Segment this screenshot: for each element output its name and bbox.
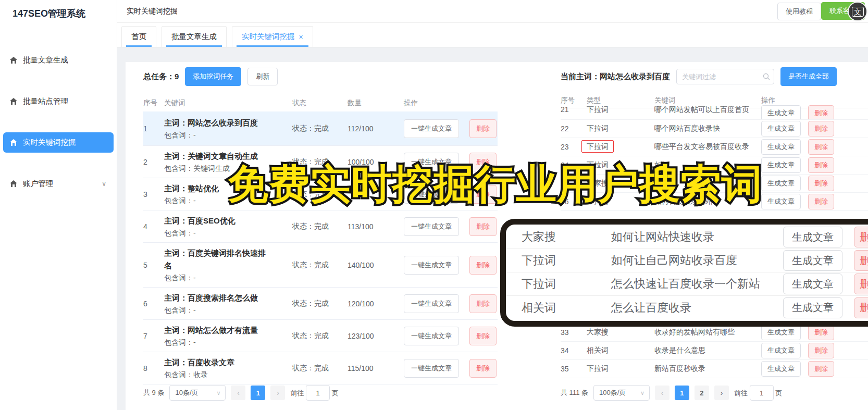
delete-button[interactable]: 删除 bbox=[808, 343, 834, 358]
sidebar-item-account[interactable]: 账户管理 ∨ bbox=[3, 173, 114, 194]
delete-button[interactable]: 删除 bbox=[469, 359, 497, 378]
table-row[interactable]: 5 主词：百度关键词排名快速排名包含词：- 状态：完成 140/100 一键生成… bbox=[143, 243, 498, 288]
row-include: 包含词：- bbox=[164, 131, 292, 140]
total-count-text: 共 9 条 bbox=[143, 388, 164, 397]
generate-article-button[interactable]: 生成文章 bbox=[783, 250, 842, 271]
row-main-keyword: 主词：百度收录文章 bbox=[164, 356, 271, 368]
prev-page-button[interactable]: ‹ bbox=[231, 386, 245, 400]
delete-button[interactable]: 删除 bbox=[808, 121, 834, 136]
page-size-select[interactable]: 100条/页 ∨ bbox=[593, 385, 650, 401]
delete-button[interactable]: 删除 bbox=[469, 294, 497, 313]
row-type: 下拉词 bbox=[522, 253, 611, 268]
delete-button[interactable]: 删除 bbox=[808, 176, 834, 191]
tab-realtime-keyword[interactable]: 实时关键词挖掘 × bbox=[232, 26, 313, 47]
page-number-2[interactable]: 2 bbox=[695, 386, 709, 400]
delete-button[interactable]: 删除 bbox=[808, 139, 834, 155]
generate-article-button[interactable]: 生成文章 bbox=[761, 325, 801, 340]
page-number-1[interactable]: 1 bbox=[675, 386, 689, 400]
table-row[interactable]: 6 主词：百度搜索排名怎么做包含词：- 状态：完成 120/100 一键生成文章… bbox=[143, 288, 498, 320]
delete-button[interactable]: 删除 bbox=[808, 194, 834, 209]
col-seq: 序号 bbox=[561, 96, 587, 105]
row-keyword: 收录好的发帖网站有哪些 bbox=[654, 328, 761, 337]
row-seq: 1 bbox=[143, 125, 164, 133]
prev-page-button[interactable]: ‹ bbox=[655, 386, 669, 400]
translate-widget-icon[interactable]: 文 bbox=[848, 2, 867, 21]
delete-button[interactable]: 删除 bbox=[469, 256, 497, 275]
refresh-button[interactable]: 刷新 bbox=[247, 68, 278, 85]
sidebar-item-realtime-keyword[interactable]: 实时关键词挖掘 bbox=[3, 132, 114, 153]
chevron-down-icon: ∨ bbox=[216, 390, 220, 396]
tab-home[interactable]: 首页 bbox=[121, 26, 156, 47]
add-task-button[interactable]: 添加挖词任务 bbox=[185, 67, 241, 86]
delete-button[interactable]: 删 bbox=[854, 227, 868, 247]
row-type: 大家搜 bbox=[587, 328, 654, 337]
app-window: 147SEO管理系统 批量文章生成 批量站点管理 实时关键词挖掘 账户管理 ∨ … bbox=[0, 0, 868, 410]
row-seq: 8 bbox=[143, 364, 164, 372]
next-page-button[interactable]: › bbox=[270, 386, 285, 400]
delete-button[interactable]: 删 bbox=[854, 297, 868, 318]
tutorial-button[interactable]: 使用教程 bbox=[777, 3, 821, 20]
tab-batch-article[interactable]: 批量文章生成 bbox=[162, 26, 227, 47]
row-count: 123/100 bbox=[348, 332, 404, 340]
row-seq: 33 bbox=[561, 328, 587, 337]
generate-article-button[interactable]: 一键生成文章 bbox=[404, 359, 459, 378]
delete-button[interactable]: 删除 bbox=[469, 327, 497, 345]
generate-article-button[interactable]: 一键生成文章 bbox=[404, 256, 459, 275]
row-keyword: 如何让网站快速收录 bbox=[611, 229, 783, 245]
row-count: 140/100 bbox=[348, 261, 404, 269]
generate-article-button[interactable]: 生成文章 bbox=[761, 176, 801, 191]
delete-button[interactable]: 删除 bbox=[808, 361, 834, 377]
delete-button[interactable]: 删除 bbox=[808, 157, 834, 173]
generate-article-button[interactable]: 一键生成文章 bbox=[404, 119, 459, 138]
table-row[interactable]: 7 主词：网站怎么做才有流量包含词：- 状态：完成 123/100 一键生成文章… bbox=[143, 320, 498, 352]
row-include: 包含词：- bbox=[164, 274, 292, 283]
generate-article-button[interactable]: 生成文章 bbox=[783, 227, 842, 247]
generate-article-button[interactable]: 生成文章 bbox=[761, 121, 801, 136]
generate-article-button[interactable]: 生成文章 bbox=[761, 361, 801, 377]
row-include: 包含词：收录 bbox=[164, 370, 292, 380]
delete-button[interactable]: 删除 bbox=[469, 119, 497, 138]
next-page-button[interactable]: › bbox=[714, 386, 729, 400]
delete-button[interactable]: 删除 bbox=[469, 217, 497, 236]
generate-all-button[interactable]: 是否生成全部 bbox=[780, 67, 837, 86]
delete-button[interactable]: 删 bbox=[854, 250, 868, 271]
generate-article-button[interactable]: 生成文章 bbox=[761, 194, 801, 209]
house-icon bbox=[9, 56, 18, 65]
delete-button[interactable]: 删除 bbox=[808, 325, 834, 340]
goto-page-input[interactable] bbox=[750, 385, 774, 401]
row-status: 状态：完成 bbox=[292, 364, 348, 373]
keywords-pagination: 共 111 条 100条/页 ∨ ‹ 1 2 › 前往 页 bbox=[561, 385, 868, 401]
generate-article-button[interactable]: 生成文章 bbox=[761, 157, 801, 173]
delete-button[interactable]: 删除 bbox=[808, 105, 834, 120]
row-type: 下拉词 bbox=[587, 124, 654, 133]
generate-article-button[interactable]: 生成文章 bbox=[761, 139, 801, 155]
sidebar-item-batch-site[interactable]: 批量站点管理 bbox=[3, 91, 114, 111]
page-unit-label: 页 bbox=[775, 389, 782, 397]
page-number-1[interactable]: 1 bbox=[251, 386, 265, 400]
row-keyword: 如何让自己网站收录百度 bbox=[611, 253, 783, 268]
generate-article-button[interactable]: 生成文章 bbox=[783, 297, 842, 318]
generate-article-button[interactable]: 一键生成文章 bbox=[404, 327, 459, 345]
tasks-panel: 总任务：9 添加挖词任务 刷新 序号 关键词 状态 数量 操作 1 主词：网站怎… bbox=[143, 68, 498, 410]
row-main-keyword: 主词：百度搜索排名怎么做 bbox=[164, 292, 271, 304]
generate-article-button[interactable]: 一键生成文章 bbox=[404, 294, 459, 313]
col-type: 类型 bbox=[587, 96, 654, 105]
table-row[interactable]: 1 主词：网站怎么收录到百度包含词：- 状态：完成 112/100 一键生成文章… bbox=[143, 111, 498, 146]
row-seq: 22 bbox=[561, 125, 587, 133]
row-type-highlighted: 下拉词 bbox=[581, 140, 614, 153]
row-status: 状态：完成 bbox=[292, 222, 348, 231]
col-keyword: 关键词 bbox=[164, 98, 292, 108]
close-icon[interactable]: × bbox=[299, 33, 303, 41]
table-row[interactable]: 8 主词：百度收录文章包含词：收录 状态：完成 115/100 一键生成文章删除 bbox=[143, 352, 498, 384]
generate-article-button[interactable]: 一键生成文章 bbox=[404, 217, 459, 236]
delete-button[interactable]: 删 bbox=[854, 274, 868, 294]
row-status: 状态：完成 bbox=[292, 124, 348, 133]
keyword-filter-input[interactable] bbox=[676, 69, 774, 84]
generate-article-button[interactable]: 生成文章 bbox=[783, 274, 842, 294]
sidebar-item-batch-article[interactable]: 批量文章生成 bbox=[3, 50, 114, 70]
page-size-select[interactable]: 10条/页 ∨ bbox=[169, 385, 226, 401]
goto-page-input[interactable] bbox=[306, 385, 330, 401]
generate-article-button[interactable]: 生成文章 bbox=[761, 343, 801, 358]
table-row[interactable]: 4 主词：百度SEO优化包含词：- 状态：完成 113/100 一键生成文章删除 bbox=[143, 210, 498, 243]
generate-article-button[interactable]: 生成文章 bbox=[761, 105, 801, 120]
